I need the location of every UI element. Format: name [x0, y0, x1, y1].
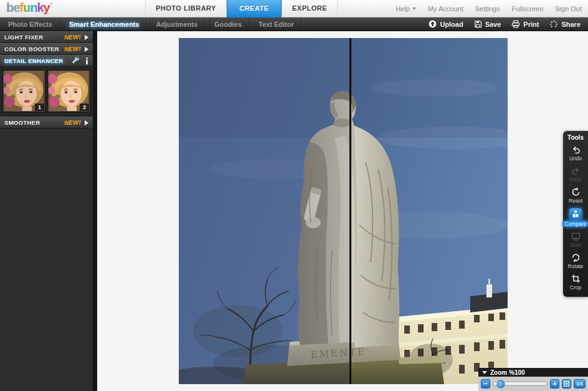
tab-photo-library[interactable]: PHOTO LIBRARY	[145, 0, 227, 17]
befunky-logo[interactable]: befunky•	[6, 1, 52, 15]
sidebar-item-smoother[interactable]: SMOOTHER NEW!	[0, 117, 93, 128]
chevron-right-icon	[85, 120, 88, 125]
reset-button[interactable]: Reset	[563, 185, 588, 206]
zoom-panel-header[interactable]: Zoom %100	[478, 368, 588, 377]
preset-thumbnail-2[interactable]: 2	[48, 70, 90, 112]
compare-icon	[569, 208, 582, 220]
share-button[interactable]: Share	[549, 20, 581, 28]
zoom-controls: − + 1/1	[478, 377, 588, 391]
undo-icon	[571, 145, 581, 155]
fit-screen-icon	[564, 381, 569, 387]
tab-text-editor[interactable]: Text Editor	[250, 17, 303, 31]
tools-panel: Tools Undo Redo Reset	[563, 131, 588, 297]
tools-panel-title: Tools	[563, 134, 588, 141]
rotate-icon	[571, 253, 581, 263]
chevron-down-icon	[412, 7, 416, 10]
tab-photo-effects[interactable]: Photo Effects	[0, 17, 61, 31]
befunky-editor-window: befunky• PHOTO LIBRARY CREATE EXPLORE He…	[0, 0, 588, 391]
statue-photo: EMENTE	[179, 38, 508, 384]
tab-create[interactable]: CREATE	[227, 0, 282, 17]
upload-button[interactable]: Upload	[429, 20, 463, 28]
top-bar: befunky• PHOTO LIBRARY CREATE EXPLORE He…	[0, 0, 588, 17]
fullscreen-link[interactable]: Fullscreen	[511, 5, 543, 12]
zoom-out-button[interactable]: −	[481, 379, 490, 389]
share-icon	[549, 20, 558, 28]
save-icon	[474, 20, 482, 28]
compare-button[interactable]: Compare	[563, 206, 588, 229]
zoom-slider-track[interactable]	[493, 382, 548, 386]
sidebar-item-light-fixer[interactable]: LIGHT FIXER NEW!	[0, 31, 93, 43]
zoom-level-label: Zoom %100	[490, 369, 525, 376]
zoom-slider-handle[interactable]	[497, 380, 505, 388]
chevron-right-icon	[85, 35, 88, 40]
upload-icon	[429, 20, 437, 28]
sidebar-item-color-booster[interactable]: COLOR BOOSTER NEW!	[0, 43, 93, 55]
main-nav-tabs: PHOTO LIBRARY CREATE EXPLORE	[145, 0, 338, 17]
print-button[interactable]: Print	[511, 20, 539, 28]
settings-link[interactable]: Settings	[475, 5, 500, 12]
account-links: Help My Account Settings Fullscreen Sign…	[396, 0, 582, 17]
file-actions: Upload Save Print	[429, 17, 588, 31]
my-account-link[interactable]: My Account	[428, 5, 463, 12]
info-icon[interactable]	[85, 57, 88, 65]
editor-toolbar: Photo Effects Smart Enhancements Adjustm…	[0, 17, 588, 31]
fit-to-screen-button[interactable]	[562, 379, 571, 389]
preset-number: 1	[35, 104, 44, 111]
chevron-right-icon	[85, 47, 88, 52]
redo-icon	[571, 166, 581, 176]
new-badge: NEW!	[64, 119, 81, 127]
sign-out-link[interactable]: Sign Out	[555, 5, 582, 12]
undo-button[interactable]: Undo	[563, 142, 588, 163]
size-icon	[571, 231, 581, 241]
help-menu[interactable]: Help	[396, 5, 416, 12]
reset-icon	[571, 187, 581, 197]
collapse-icon	[482, 371, 487, 374]
detail-enhancer-presets: 1	[0, 67, 93, 117]
redo-button: Redo	[563, 163, 588, 185]
tab-goodies[interactable]: Goodies	[206, 17, 250, 31]
new-badge: NEW!	[64, 34, 81, 41]
compare-split-handle[interactable]	[349, 38, 351, 384]
preset-number: 2	[80, 104, 89, 111]
logo-dot: •	[50, 1, 52, 7]
enhancements-sidebar: LIGHT FIXER NEW! COLOR BOOSTER NEW! DETA…	[0, 31, 97, 391]
save-button[interactable]: Save	[474, 20, 501, 28]
print-icon	[511, 20, 520, 28]
tab-explore[interactable]: EXPLORE	[282, 0, 338, 17]
sidebar-item-detail-enhancer[interactable]: DETAIL ENHANCER	[0, 55, 93, 67]
size-button: Size	[563, 229, 588, 250]
preset-thumbnail-1[interactable]: 1	[3, 70, 45, 112]
tab-adjustments[interactable]: Adjustments	[148, 17, 206, 31]
actual-size-button[interactable]: 1/1	[574, 379, 586, 389]
crop-button[interactable]: Crop	[563, 271, 588, 292]
app-logo-letters: befunky	[6, 1, 50, 14]
crop-icon	[571, 274, 581, 284]
wrench-settings-icon[interactable]	[72, 57, 80, 65]
zoom-in-button[interactable]: +	[550, 379, 559, 389]
zoom-panel: Zoom %100 − + 1/1	[478, 368, 588, 391]
photo-canvas[interactable]: EMENTE	[179, 38, 508, 384]
rotate-button[interactable]: Rotate	[563, 250, 588, 271]
tab-smart-enhancements[interactable]: Smart Enhancements	[61, 17, 148, 31]
new-badge: NEW!	[64, 46, 81, 53]
